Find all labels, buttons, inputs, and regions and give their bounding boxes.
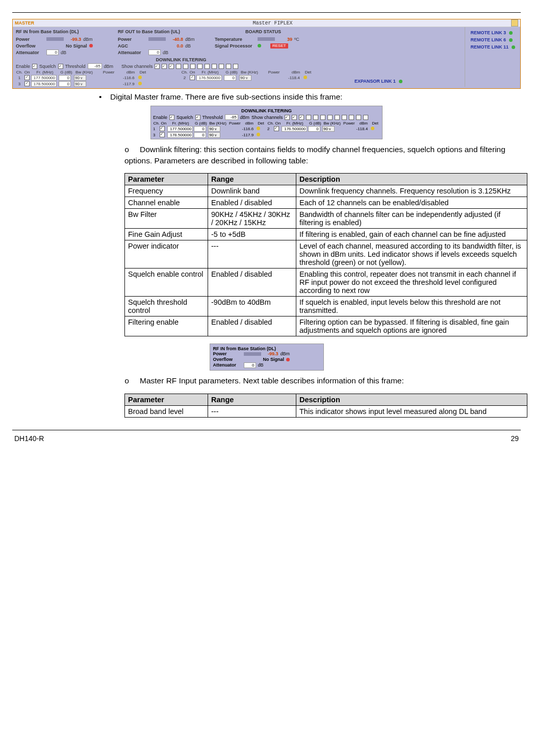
power-bar <box>148 37 166 41</box>
det-led <box>138 76 142 79</box>
master-panel: MASTER Master FIPLEX RF IN from Base Sta… <box>12 19 521 89</box>
grid-header: Ch. On Fr. (MHz) G (dB) Bw (KHz) Power d… <box>16 70 179 75</box>
showch-checkbox[interactable] <box>233 64 238 69</box>
nosignal-led <box>89 44 93 47</box>
bw-select[interactable]: 90 <box>74 81 86 87</box>
panel-titlebar: MASTER Master FIPLEX <box>13 19 520 27</box>
link-led <box>509 38 513 42</box>
bullet-digital-master: •Digital Master frame. There are five su… <box>99 92 521 102</box>
table-row: Fine Gain Adjust-5 to +5dBIf filtering i… <box>125 228 527 240</box>
showch-checkbox[interactable] <box>205 64 210 69</box>
rf-out-block: RF OUT to Base Station (UL) Power -40.8 … <box>118 29 210 55</box>
power-bar <box>46 37 64 41</box>
table-row: 3 178.500000 0 90 -117.9 <box>16 81 179 87</box>
showch-checkbox[interactable] <box>162 64 167 69</box>
enable-checkbox[interactable] <box>169 115 174 120</box>
table-row: FrequencyDownlink bandDownlink frequency… <box>125 185 527 197</box>
freq-input[interactable]: 178.500000 <box>31 81 57 87</box>
board-header: BOARD STATUS <box>215 29 312 34</box>
showch-checkbox[interactable] <box>169 64 174 69</box>
ch-on-checkbox[interactable] <box>190 75 195 80</box>
det-led <box>138 82 142 85</box>
reset-button[interactable]: RESET <box>270 43 288 48</box>
table-row: Broad band level---This indicator shows … <box>125 405 527 417</box>
threshold-input[interactable]: -85 <box>88 63 102 69</box>
expansor-block: EXPANSOR LINK 1 <box>349 27 465 87</box>
table-row: Power indicator---Level of each channel,… <box>125 240 527 268</box>
bw-select[interactable]: 90 <box>74 75 86 81</box>
link-led <box>509 31 513 35</box>
table-row: Squelch enable controlEnabled / disabled… <box>125 268 527 296</box>
det-led <box>303 76 307 79</box>
gain-input[interactable]: 0 <box>224 75 236 81</box>
param-table-1: Parameter Range Description FrequencyDow… <box>124 173 527 336</box>
ch-on-checkbox[interactable] <box>24 75 30 80</box>
table-row: 1 177.500000 0 90 -116.6 <box>16 75 179 81</box>
header-rule <box>12 12 521 13</box>
freq-input[interactable]: 177.500000 <box>31 75 57 81</box>
page-number: 29 <box>511 434 519 443</box>
page-footer: DH140-R 29 <box>12 433 521 444</box>
link-led <box>399 80 402 83</box>
table-row: Squelch threshold control-90dBm to 40dBm… <box>125 296 527 316</box>
collapse-icon[interactable] <box>511 19 518 27</box>
showch-checkbox[interactable] <box>183 64 188 69</box>
footer-rule <box>12 430 521 430</box>
board-status-block: BOARD STATUS Temperature 39 ºC Signal Pr… <box>215 29 312 55</box>
showch-checkbox[interactable] <box>176 64 181 69</box>
grid-header: Ch. On Fr. (MHz) G (dB) Bw (KHz) Power d… <box>181 70 344 75</box>
downlink-filtering-fig: DOWNLINK FILTERING Enable Squelch Thresh… <box>150 106 383 139</box>
rf-in-header: RF IN from Base Station (DL) <box>16 29 113 34</box>
freq-input[interactable]: 176.500000 <box>196 75 222 81</box>
param-table-2: Parameter Range Description Broad band l… <box>124 394 527 418</box>
rf-in-block: RF IN from Base Station (DL) Power -99.3… <box>16 29 113 55</box>
gain-input[interactable]: 0 <box>59 75 71 81</box>
bw-select[interactable]: 90 <box>239 75 251 81</box>
showch-checkbox[interactable] <box>197 64 202 69</box>
sub-item-rfinput: oMaster RF Input parameters. Next table … <box>124 376 521 386</box>
attn-input[interactable]: 0 <box>46 50 59 55</box>
sp-led <box>258 44 261 47</box>
gain-input[interactable]: 0 <box>59 81 71 87</box>
link-led <box>512 45 515 49</box>
ch-on-checkbox[interactable] <box>24 81 30 86</box>
table-row: Filtering enableEnabled / disabledFilter… <box>125 316 527 336</box>
table-row: Bw Filter90KHz / 45KHz / 30KHz / 20KHz /… <box>125 208 527 228</box>
title-center: Master FIPLEX <box>34 20 511 26</box>
showch-checkbox[interactable] <box>219 64 224 69</box>
temp-bar <box>258 37 275 41</box>
sub-item-downlink: oDownlink filtering: this section contai… <box>124 144 521 165</box>
doc-id: DH140-R <box>14 434 44 443</box>
showch-checkbox[interactable] <box>190 64 195 69</box>
squelch-checkbox[interactable] <box>58 64 63 69</box>
showch-checkbox[interactable] <box>212 64 217 69</box>
enable-checkbox[interactable] <box>32 64 37 69</box>
rf-in-fig: RF IN from Base Station (DL) Power -99.3… <box>210 344 324 371</box>
attn-input[interactable]: 0 <box>148 50 161 55</box>
title-left: MASTER <box>15 20 34 26</box>
table-row: Channel enableEnabled / disabledEach of … <box>125 197 527 208</box>
remote-block: REMOTE LINK 3 REMOTE LINK 6 REMOTE LINK … <box>465 27 520 87</box>
showch-checkbox[interactable] <box>226 64 231 69</box>
rf-out-header: RF OUT to Base Station (UL) <box>118 29 210 34</box>
showch-checkbox[interactable] <box>155 64 160 69</box>
downlink-filtering: DOWNLINK FILTERING Enable Squelch Thresh… <box>13 56 349 87</box>
squelch-checkbox[interactable] <box>195 115 200 120</box>
table-row: 2 176.500000 0 90 -118.4 <box>181 75 344 81</box>
